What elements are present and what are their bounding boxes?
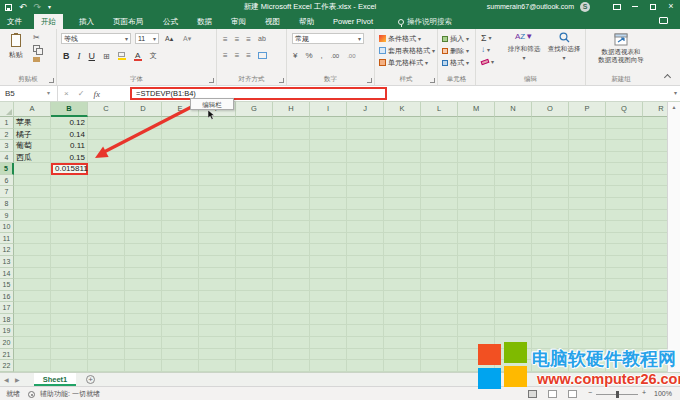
cell[interactable] bbox=[384, 360, 421, 372]
column-header[interactable]: M bbox=[458, 102, 495, 117]
cell[interactable] bbox=[162, 325, 199, 337]
insert-cells-button[interactable]: 插入 ▾ bbox=[442, 34, 469, 43]
cell[interactable] bbox=[125, 233, 162, 245]
cell[interactable] bbox=[273, 221, 310, 233]
cell[interactable] bbox=[606, 314, 643, 326]
cell[interactable] bbox=[495, 291, 532, 303]
cell[interactable] bbox=[606, 198, 643, 210]
cell[interactable] bbox=[162, 244, 199, 256]
cell[interactable] bbox=[384, 244, 421, 256]
cell[interactable] bbox=[421, 233, 458, 245]
cell[interactable] bbox=[569, 140, 606, 152]
cell[interactable] bbox=[236, 117, 273, 129]
cell[interactable] bbox=[458, 175, 495, 187]
cell[interactable] bbox=[606, 268, 643, 280]
row-header[interactable]: 6 bbox=[0, 175, 14, 187]
phonetic-guide-icon[interactable]: 文 bbox=[150, 51, 157, 61]
cell[interactable] bbox=[310, 244, 347, 256]
cell[interactable] bbox=[347, 140, 384, 152]
add-sheet-icon[interactable]: + bbox=[86, 375, 95, 384]
cell[interactable] bbox=[236, 233, 273, 245]
cell[interactable] bbox=[273, 186, 310, 198]
cell[interactable] bbox=[495, 279, 532, 291]
row-header[interactable]: 12 bbox=[0, 244, 14, 256]
cell[interactable] bbox=[384, 198, 421, 210]
cell[interactable] bbox=[273, 314, 310, 326]
cell[interactable] bbox=[14, 163, 51, 175]
cell[interactable] bbox=[458, 117, 495, 129]
cell[interactable] bbox=[495, 221, 532, 233]
cell[interactable] bbox=[51, 268, 88, 280]
cell[interactable] bbox=[236, 337, 273, 349]
cell[interactable] bbox=[162, 163, 199, 175]
cell[interactable] bbox=[347, 210, 384, 222]
cell[interactable] bbox=[347, 302, 384, 314]
cell[interactable] bbox=[162, 337, 199, 349]
cell[interactable] bbox=[125, 186, 162, 198]
cell[interactable] bbox=[88, 233, 125, 245]
maximize-button[interactable] bbox=[644, 0, 662, 14]
cell[interactable] bbox=[384, 233, 421, 245]
cell[interactable] bbox=[532, 233, 569, 245]
minimize-button[interactable] bbox=[626, 0, 644, 14]
cell[interactable] bbox=[125, 268, 162, 280]
align-center-icon[interactable]: ≡ bbox=[235, 51, 240, 60]
cell[interactable] bbox=[51, 244, 88, 256]
cell[interactable] bbox=[162, 279, 199, 291]
cell[interactable] bbox=[347, 129, 384, 141]
cell[interactable] bbox=[421, 175, 458, 187]
cell[interactable] bbox=[384, 268, 421, 280]
cell[interactable] bbox=[384, 337, 421, 349]
cell[interactable] bbox=[569, 325, 606, 337]
cell[interactable] bbox=[310, 349, 347, 361]
tab-help[interactable]: 帮助 bbox=[292, 14, 321, 29]
cell[interactable] bbox=[569, 210, 606, 222]
cell[interactable] bbox=[88, 268, 125, 280]
find-select-button[interactable]: 查找和选择 ▾ bbox=[544, 32, 584, 61]
tab-power-pivot[interactable]: Power Pivot bbox=[326, 14, 380, 29]
zoom-slider-thumb[interactable] bbox=[616, 391, 619, 398]
cell[interactable] bbox=[273, 244, 310, 256]
increase-decimal-icon[interactable]: .00 bbox=[331, 53, 339, 59]
cell[interactable] bbox=[236, 244, 273, 256]
cell[interactable] bbox=[51, 221, 88, 233]
cell[interactable] bbox=[421, 314, 458, 326]
cell[interactable] bbox=[347, 233, 384, 245]
cell[interactable] bbox=[88, 302, 125, 314]
formula-input[interactable]: =STDEVP(B1:B4) bbox=[130, 87, 387, 100]
cell[interactable] bbox=[51, 314, 88, 326]
cell[interactable] bbox=[384, 256, 421, 268]
cell[interactable] bbox=[125, 210, 162, 222]
cell[interactable] bbox=[51, 349, 88, 361]
cell[interactable] bbox=[384, 210, 421, 222]
row-header[interactable]: 4 bbox=[0, 152, 14, 164]
cell[interactable] bbox=[236, 129, 273, 141]
cell[interactable]: 橘子 bbox=[14, 129, 51, 141]
cell[interactable] bbox=[51, 233, 88, 245]
cell[interactable] bbox=[236, 360, 273, 372]
cell[interactable] bbox=[236, 175, 273, 187]
cell[interactable] bbox=[162, 175, 199, 187]
cell[interactable] bbox=[51, 302, 88, 314]
cell[interactable] bbox=[421, 279, 458, 291]
tab-file[interactable]: 文件 bbox=[0, 14, 29, 29]
cell[interactable] bbox=[162, 140, 199, 152]
fill-color-icon[interactable] bbox=[118, 52, 126, 60]
cell[interactable] bbox=[236, 314, 273, 326]
cell[interactable] bbox=[162, 256, 199, 268]
cell[interactable] bbox=[88, 325, 125, 337]
merge-center-icon[interactable] bbox=[258, 52, 267, 59]
cell[interactable] bbox=[125, 360, 162, 372]
cell[interactable] bbox=[236, 140, 273, 152]
page-break-view-icon[interactable] bbox=[568, 390, 577, 398]
cell[interactable] bbox=[125, 163, 162, 175]
cell[interactable] bbox=[458, 163, 495, 175]
cell[interactable] bbox=[421, 186, 458, 198]
cell[interactable] bbox=[273, 302, 310, 314]
cell[interactable] bbox=[273, 325, 310, 337]
cell[interactable] bbox=[273, 198, 310, 210]
zoom-in-icon[interactable]: + bbox=[642, 386, 646, 400]
tab-review[interactable]: 审阅 bbox=[224, 14, 253, 29]
cell[interactable] bbox=[310, 152, 347, 164]
cell[interactable] bbox=[88, 337, 125, 349]
